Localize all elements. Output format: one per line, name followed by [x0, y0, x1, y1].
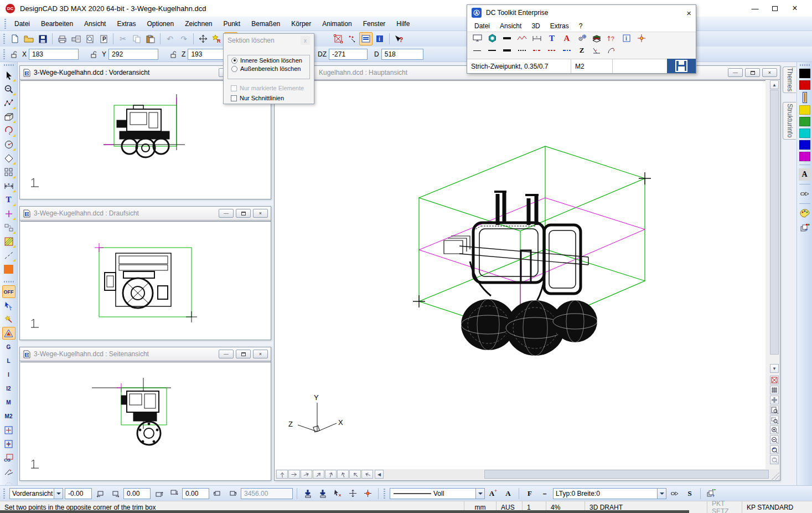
- dimension-icon[interactable]: x: [531, 33, 543, 44]
- rotation-z-field[interactable]: 0.00: [182, 488, 209, 499]
- menu-bearbeiten[interactable]: Bearbeiten: [35, 18, 79, 30]
- view-select[interactable]: Vorderansicht: [9, 488, 63, 499]
- bottombar-grip-2[interactable]: [384, 489, 385, 499]
- scroll-left-button[interactable]: ◀: [375, 470, 384, 479]
- wand-icon[interactable]: [2, 313, 15, 326]
- f-key-icon[interactable]: F: [523, 487, 536, 500]
- rotate-right-icon[interactable]: [108, 487, 122, 500]
- cut-icon[interactable]: ✂: [116, 32, 130, 45]
- menu-extras[interactable]: Extras: [111, 18, 141, 30]
- dim-query-icon[interactable]: ?: [606, 33, 618, 44]
- move-origin-icon[interactable]: [346, 487, 359, 500]
- text-t-icon[interactable]: T: [546, 33, 558, 44]
- close-button[interactable]: ×: [253, 209, 268, 218]
- tab-strukturinfo[interactable]: Strukturinfo: [783, 102, 796, 140]
- solid-box-icon[interactable]: [2, 110, 15, 123]
- hand-pointer-icon[interactable]: [799, 188, 811, 200]
- resize-grip[interactable]: [772, 472, 779, 480]
- line-medium-icon[interactable]: [486, 45, 498, 56]
- info-box-icon[interactable]: i: [373, 32, 386, 45]
- page-up-icon[interactable]: [316, 487, 329, 500]
- distance-field[interactable]: 3456.00: [241, 488, 293, 499]
- palette-grip[interactable]: [800, 64, 810, 66]
- swatch-cyan[interactable]: [799, 129, 810, 138]
- polyline-icon[interactable]: [2, 96, 15, 109]
- palette-grip[interactable]: [4, 281, 14, 283]
- layer-up-icon[interactable]: [705, 487, 718, 500]
- top-view-titlebar[interactable]: D 3-Wege-Kugelhahn.dcd : Draufsicht — ×: [20, 207, 271, 220]
- top-view-canvas[interactable]: [20, 221, 271, 340]
- circle-icon[interactable]: [2, 138, 15, 151]
- d-input[interactable]: 518: [381, 49, 423, 60]
- print-preview-icon[interactable]: [83, 32, 96, 45]
- menubar-grip[interactable]: [4, 19, 6, 29]
- text-a-icon[interactable]: A: [561, 33, 573, 44]
- publish-p-icon[interactable]: P: [97, 32, 110, 45]
- swatch-green[interactable]: [799, 117, 810, 126]
- tilt-up-icon[interactable]: [152, 487, 165, 500]
- polyline-red-icon[interactable]: [516, 33, 528, 44]
- trim-box-icon[interactable]: [332, 32, 345, 45]
- view-angle-70-button[interactable]: [325, 470, 337, 479]
- toolkit-save-button[interactable]: [667, 59, 696, 73]
- restore-button[interactable]: [236, 350, 251, 358]
- menu-hilfe[interactable]: Hilfe: [391, 18, 415, 30]
- snap-box-2-icon[interactable]: [2, 438, 15, 450]
- status-pkt[interactable]: PKT SETZ: [707, 501, 742, 513]
- swatch-black[interactable]: [799, 69, 810, 78]
- swatch-red[interactable]: [799, 80, 810, 90]
- dz-input[interactable]: -271: [329, 49, 368, 60]
- swatch-blue[interactable]: [799, 140, 810, 150]
- roll-left-icon[interactable]: [211, 487, 224, 500]
- menu-ansicht[interactable]: Ansicht: [79, 18, 111, 30]
- toolkit-menu-datei[interactable]: Datei: [469, 21, 495, 31]
- grid-icon[interactable]: [770, 386, 779, 394]
- snap-logo-icon[interactable]: [2, 327, 15, 340]
- color-orange-icon[interactable]: [2, 263, 15, 275]
- tilt-down-icon[interactable]: [167, 487, 180, 500]
- z-axis-icon[interactable]: Z: [576, 45, 588, 56]
- font-add-icon[interactable]: A+: [487, 487, 500, 500]
- dropdown-arrow-icon[interactable]: [657, 489, 666, 499]
- bottombar-grip[interactable]: [3, 489, 5, 499]
- insert-symbol-icon[interactable]: R: [210, 32, 224, 45]
- move-origin-red-icon[interactable]: [361, 487, 374, 500]
- menu-koerper[interactable]: Körper: [286, 18, 317, 30]
- zoom-page-icon[interactable]: [770, 406, 779, 414]
- toolbar-grip[interactable]: [3, 34, 5, 44]
- move-star-icon[interactable]: [635, 33, 648, 44]
- view-angle-160-button[interactable]: [361, 470, 373, 479]
- maximize-button[interactable]: [771, 4, 779, 13]
- popup-titlebar[interactable]: Sektion löschen x: [224, 34, 314, 47]
- undo-icon[interactable]: ↶: [163, 32, 177, 45]
- check-cutlines[interactable]: [231, 95, 237, 101]
- popup-close-button[interactable]: x: [301, 36, 310, 45]
- radio-inner-row[interactable]: Innere Sektion löschen: [228, 55, 309, 64]
- target-icon[interactable]: [576, 33, 588, 44]
- angle-snap-icon[interactable]: [591, 45, 603, 56]
- zoom-previous-icon[interactable]: [770, 445, 779, 454]
- arc-icon[interactable]: [606, 45, 618, 56]
- page-down-icon[interactable]: [301, 487, 314, 500]
- rotate-left-icon[interactable]: [94, 487, 107, 500]
- swatch-magenta[interactable]: [799, 152, 810, 161]
- view-angle-45-button[interactable]: [313, 470, 324, 479]
- snap-i2[interactable]: I2: [2, 382, 15, 395]
- save-file-icon[interactable]: [36, 32, 49, 45]
- view-angle-135-button[interactable]: [349, 470, 361, 479]
- paste-icon[interactable]: [144, 32, 157, 45]
- minimize-button[interactable]: —: [219, 209, 234, 218]
- restore-button[interactable]: [236, 209, 251, 218]
- line-dashed-red-icon[interactable]: [546, 45, 558, 56]
- select-remove-icon[interactable]: [331, 487, 344, 500]
- view-angle-20-button[interactable]: [301, 470, 312, 479]
- new-file-icon[interactable]: [8, 32, 22, 45]
- polygon-icon[interactable]: [2, 152, 15, 165]
- nut-icon[interactable]: [486, 33, 498, 44]
- select-cursor-icon[interactable]: [2, 69, 15, 81]
- thick-line-icon[interactable]: [501, 33, 513, 44]
- horizontal-scrollbar-thumb[interactable]: [484, 470, 769, 479]
- line-style-select[interactable]: Voll: [390, 488, 485, 499]
- close-box-icon[interactable]: [770, 376, 779, 384]
- dropdown-arrow-icon[interactable]: [54, 489, 63, 499]
